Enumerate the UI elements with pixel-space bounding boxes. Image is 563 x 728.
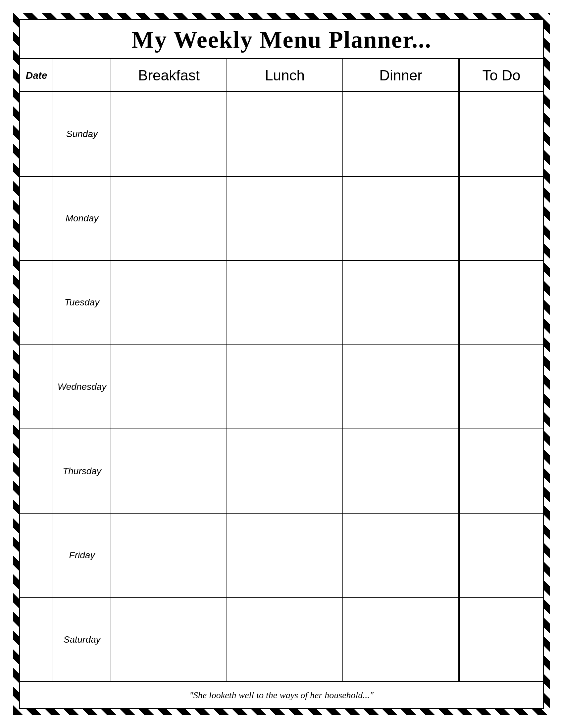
header-day-spacer [53, 59, 111, 91]
table-row: Thursday [20, 429, 543, 514]
footer-quote: "She looketh well to the ways of her hou… [189, 690, 374, 701]
dinner-cell[interactable] [343, 261, 459, 344]
date-number [20, 514, 53, 597]
table-row: Sunday [20, 92, 543, 177]
day-name: Sunday [53, 92, 111, 176]
dinner-cell[interactable] [343, 598, 459, 681]
lunch-cell[interactable] [227, 429, 343, 513]
breakfast-cell[interactable] [111, 514, 227, 597]
dinner-cell[interactable] [343, 429, 459, 513]
todo-cell[interactable] [460, 514, 543, 597]
day-name: Saturday [53, 598, 111, 681]
lunch-cell[interactable] [227, 345, 343, 429]
day-name: Friday [53, 514, 111, 597]
day-name: Thursday [53, 429, 111, 513]
dinner-cell[interactable] [343, 177, 459, 260]
breakfast-cell[interactable] [111, 598, 227, 681]
breakfast-cell[interactable] [111, 92, 227, 176]
lunch-cell[interactable] [227, 514, 343, 597]
breakfast-cell[interactable] [111, 345, 227, 429]
header-todo: To Do [460, 59, 543, 91]
table-row: Friday [20, 514, 543, 598]
date-number [20, 261, 53, 344]
todo-cell[interactable] [460, 177, 543, 260]
lunch-cell[interactable] [227, 261, 343, 344]
dinner-cell[interactable] [343, 345, 459, 429]
todo-cell[interactable] [460, 598, 543, 681]
table-row: Tuesday [20, 261, 543, 345]
page-title: My Weekly Menu Planner... [23, 26, 540, 54]
day-name: Wednesday [53, 345, 111, 429]
date-number [20, 598, 53, 681]
date-number [20, 429, 53, 513]
table-section: Date Breakfast Lunch Dinner To Do Sunday [20, 59, 543, 681]
outer-border: My Weekly Menu Planner... Date Breakfast… [13, 13, 550, 715]
date-number [20, 92, 53, 176]
todo-cell[interactable] [460, 92, 543, 176]
footer-row: "She looketh well to the ways of her hou… [20, 681, 543, 708]
data-rows: Sunday Monday [20, 92, 543, 681]
table-row: Wednesday [20, 345, 543, 430]
header-lunch: Lunch [227, 59, 343, 91]
breakfast-cell[interactable] [111, 177, 227, 260]
day-name: Monday [53, 177, 111, 260]
header-breakfast: Breakfast [111, 59, 227, 91]
lunch-cell[interactable] [227, 92, 343, 176]
table-row: Saturday [20, 598, 543, 681]
todo-cell[interactable] [460, 429, 543, 513]
date-number [20, 345, 53, 429]
table-row: Monday [20, 177, 543, 261]
todo-cell[interactable] [460, 261, 543, 344]
todo-cell[interactable] [460, 345, 543, 429]
day-name: Tuesday [53, 261, 111, 344]
header-dinner: Dinner [343, 59, 459, 91]
dinner-cell[interactable] [343, 514, 459, 597]
lunch-cell[interactable] [227, 598, 343, 681]
dinner-cell[interactable] [343, 92, 459, 176]
breakfast-cell[interactable] [111, 261, 227, 344]
inner-container: My Weekly Menu Planner... Date Breakfast… [19, 19, 544, 709]
header-date: Date [20, 59, 53, 91]
date-number [20, 177, 53, 260]
lunch-cell[interactable] [227, 177, 343, 260]
breakfast-cell[interactable] [111, 429, 227, 513]
header-row: Date Breakfast Lunch Dinner To Do [20, 59, 543, 92]
title-section: My Weekly Menu Planner... [20, 20, 543, 59]
